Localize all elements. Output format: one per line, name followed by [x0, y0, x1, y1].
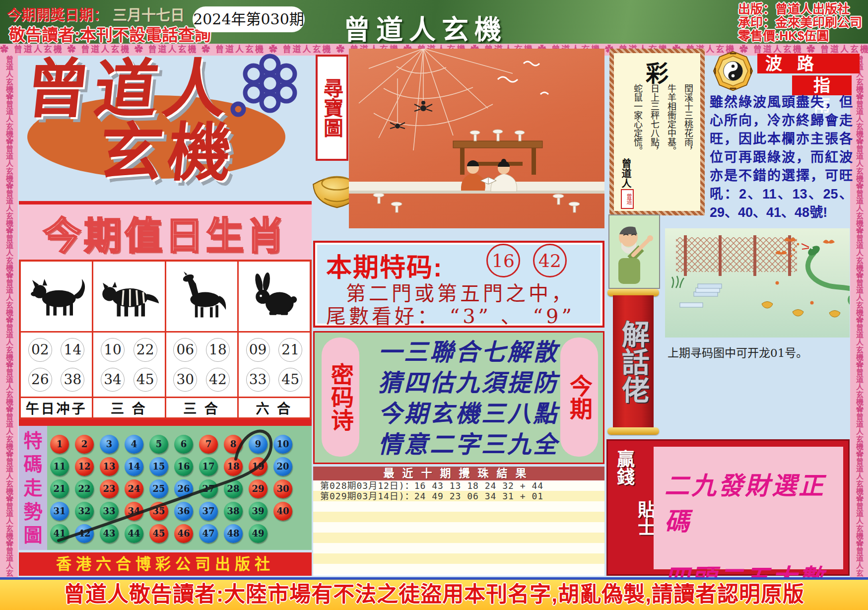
snake-picture-caption: 上期寻码图中可开龙01号。	[668, 343, 856, 360]
number-ball: 5	[149, 435, 168, 454]
number-ball: 48	[224, 524, 243, 543]
fortune-poem-text: 閏溪十三桃花雨， 牛羊相衝定中基。 日上三秤七八點， 蛇鼠一家心定慌。	[629, 84, 696, 187]
zodiac-column-tiger: 10223445三 合	[93, 262, 166, 417]
scroll-pole-bottom	[607, 427, 659, 435]
number-ball: 20	[273, 457, 292, 476]
number-ball: 32	[75, 502, 94, 521]
number-ball: 6	[174, 435, 193, 454]
zodiac-numbers: 02142638	[21, 333, 92, 398]
publisher-info-line: 承印：金來美印刷公司	[738, 16, 862, 29]
red-seal-icon: 曾道	[621, 189, 634, 209]
main-title-line2: 玄機	[96, 121, 239, 185]
number-ball: 45	[149, 524, 168, 543]
number-ball: 43	[100, 524, 119, 543]
snake-illustration	[665, 228, 850, 338]
special-code-circle: 16	[486, 244, 520, 277]
fortune-panel-heading: 彩	[614, 55, 700, 88]
tips-calligraphy-line: 二九發財選正碼	[654, 466, 843, 537]
number-ball: 27	[199, 479, 218, 498]
number-ball: 18	[224, 457, 243, 476]
number-ball: 15	[149, 457, 168, 476]
zodiac-section-title-bar: 今期值日生肖	[19, 201, 312, 265]
number-ball: 30	[273, 479, 292, 498]
number-ball: 29	[249, 479, 267, 498]
draw-date-label: 今期開獎日期：	[7, 7, 108, 23]
zodiac-section-title: 今期值日生肖	[43, 205, 287, 260]
number-ball: 25	[149, 479, 168, 498]
recent-results-title: 最近十期攪珠結果	[313, 467, 604, 480]
wave-guide-title-bottom: 指南	[792, 75, 852, 95]
zodiac-number: 21	[278, 338, 302, 362]
ornamental-border-right: 曾道人玄機✿曾道人玄機✿曾道人玄機✿曾道人玄機✿曾道人玄機✿曾道人玄機✿曾道人玄…	[850, 56, 868, 577]
zodiac-relation-label: 三 合	[166, 398, 237, 417]
masthead-banner: 今期開獎日期：三月十七日 敬告讀者:本刊不設電話查詢 2024年第030期 曾道…	[0, 0, 868, 44]
number-ball: 3	[100, 435, 119, 454]
result-row	[313, 543, 604, 553]
zodiac-number: 45	[134, 368, 157, 392]
number-ball: 7	[199, 435, 218, 454]
zodiac-relation-label: 午日冲子	[21, 398, 92, 417]
snake-icon	[801, 244, 850, 305]
anti-counterfeit-text: 曾道人敬告讀者:大陸市場有不法之徒盜用本刊名字,胡亂偽製,請讀者認明原版	[64, 582, 804, 606]
result-row	[313, 533, 604, 543]
zodiac-number: 26	[28, 368, 52, 392]
publisher-bar: 香港六合博彩公司出版社	[19, 552, 312, 576]
result-row	[313, 512, 604, 522]
tips-strip-top: 贏錢	[613, 450, 635, 485]
wave-guide-body: 雖然綠波風頭盡失，但心所向，冷亦終歸會走旺，因此本欄亦主張各位可再跟綠波，而紅波…	[710, 93, 853, 222]
number-ball: 44	[125, 524, 143, 543]
trend-label-char: 碼	[23, 455, 42, 474]
number-ball: 41	[50, 524, 69, 543]
books-icon	[680, 284, 722, 307]
secret-poem-box: 密码诗 今期 一三聯合七解散猜四估九須提防今期玄機三八點情意二字三九全	[313, 331, 604, 464]
trend-chart-label: 特碼走勢圖	[19, 426, 47, 550]
tips-calligraphy-panel: 二九發財選正碼四頭二五大數現	[654, 447, 843, 569]
number-ball: 10	[273, 435, 292, 454]
tiger-icon	[93, 262, 164, 333]
secret-poem-left-label: 密码诗	[325, 363, 356, 431]
horse-icon	[166, 262, 237, 333]
number-ball: 26	[174, 479, 193, 498]
publisher-info-line: 零售價:HK$伍圓	[738, 29, 862, 43]
zodiac-numbers: 06183042	[166, 333, 237, 398]
publisher-info-line: 出版：曾道人出版社	[738, 2, 862, 16]
number-ball: 49	[249, 524, 267, 543]
result-row	[313, 501, 604, 512]
bagua-yinyang-icon	[713, 51, 753, 93]
main-title-line1: 曾道人	[22, 58, 234, 121]
number-ball: 24	[125, 479, 143, 498]
recent-results-rows: 第028期03月12日)：16 43 13 18 24 32 + 44第029期…	[313, 480, 604, 574]
rings-ornament-icon	[224, 47, 309, 123]
special-code-box: 本期特码: 1642 第二門或第五門之中， 尾數看好： “3” 、 “9”	[313, 241, 604, 328]
number-ball-grid: 1234567891011121314151617181920212223242…	[47, 433, 295, 544]
zodiac-numbers: 10223445	[93, 333, 164, 398]
recent-results-box: 最近十期攪珠結果 第028期03月12日)：16 43 13 18 24 32 …	[313, 467, 604, 576]
fence-net-icon	[676, 237, 797, 272]
zodiac-number: 02	[28, 338, 52, 362]
publisher-info: 出版：曾道人出版社承印：金來美印刷公司零售價:HK$伍圓	[738, 2, 862, 43]
zodiac-number: 38	[61, 368, 84, 392]
number-ball: 1	[50, 435, 69, 454]
zodiac-number: 42	[206, 368, 230, 392]
interpreter-scroll: 解話佬	[607, 289, 659, 435]
special-code-hint2: 尾數看好： “3” 、 “9”	[326, 300, 575, 329]
number-ball: 36	[174, 502, 193, 521]
zodiac-column-rabbit: 09213345六 合	[239, 262, 310, 417]
birds-icon	[498, 62, 548, 94]
secret-poem-lines: 一三聯合七解散猜四估九須提防今期玄機三八點情意二字三九全	[370, 337, 567, 460]
number-ball: 40	[273, 502, 292, 521]
spider-web-icon	[359, 49, 513, 150]
tips-strip-bottom: 貼士	[634, 500, 656, 536]
publisher-bar-text: 香港六合博彩公司出版社	[56, 555, 274, 573]
paper-title: 曾道人玄機	[343, 8, 507, 47]
reader-notice: 敬告讀者:本刊不設電話查詢	[9, 22, 211, 46]
number-ball: 14	[125, 457, 143, 476]
zodiac-number: 33	[246, 368, 270, 392]
number-ball: 22	[75, 479, 94, 498]
zodiac-column-horse: 06183042三 合	[166, 262, 239, 417]
number-ball: 9	[249, 435, 267, 454]
treasure-map-label: 尋寶圖	[319, 78, 345, 137]
result-row	[313, 553, 604, 564]
number-ball: 21	[50, 479, 69, 498]
wave-guide-title-top: 波路	[757, 54, 860, 73]
